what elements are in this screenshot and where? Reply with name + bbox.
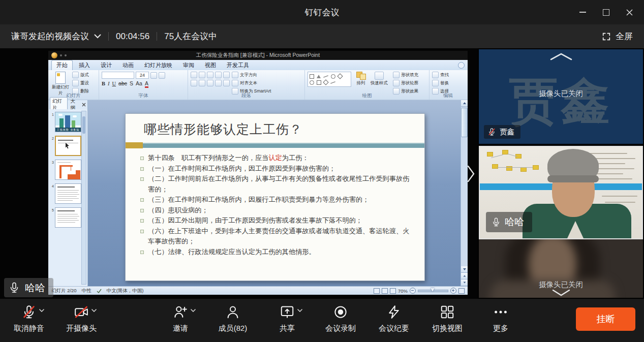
camera-off-text: 摄像头已关闭 [479,280,643,290]
shape-fill-icon [393,72,400,78]
share-screen-button[interactable]: 共享 [262,304,313,333]
slide-scrollbar [461,100,468,286]
person-beanie [547,149,599,182]
next-slide-icon [461,279,468,286]
pane-scrollbar [81,111,86,285]
meeting-timer: 00:04:56 [116,32,149,42]
slide-bullet: （六）在上下班途中，受到非本人主要责任的交通事故或者城市轨道交通、客运轮渡、火车… [140,226,412,247]
close-button[interactable] [618,0,641,24]
theme-name: 中性 [82,288,91,294]
thumbnail-1-art: 工伤保险 业务知识 [55,112,81,132]
slide-bullet-list: 第十四条 职工有下列情形之一的，应当认定为工伤： （一）在工作时间和工作场所内，… [140,153,412,257]
mic-on-icon [8,282,20,294]
italic-button: I [108,81,110,86]
thumbnail-4-art [55,183,81,204]
collapse-panel-button[interactable] [549,52,573,61]
grow-font-icon [150,72,157,79]
participant-tile-haha[interactable]: 哈哈 [479,146,643,239]
ribbon-group-slides: 新建幻灯片 版式 重设 删除 幻灯片 [48,70,99,100]
minimize-button[interactable] [571,0,594,24]
align-left-icon [191,80,197,86]
hangup-button[interactable]: 挂断 [576,307,635,331]
align-right-icon [207,80,213,86]
members-icon [225,304,240,320]
participant-watermark: 贾鑫 [509,69,613,135]
bold-button: B [102,81,105,86]
arrange-button: 排列 [354,72,367,86]
slideshow-view-icon [390,288,396,294]
maximize-button[interactable] [594,0,618,24]
help-icon [458,62,465,69]
shrink-font-icon [159,72,165,79]
slides-pane: 幻灯片 大纲 1 [48,100,88,286]
record-button[interactable]: 会议录制 [315,304,366,333]
window-controls [571,0,641,24]
text-direction-icon [232,72,238,78]
indent-increase-icon [215,72,222,78]
scroll-down-icon [461,266,468,273]
share-screen-icon [280,304,295,320]
camera-button[interactable]: 开摄像头 [56,304,107,333]
shape-outline-icon [393,80,400,86]
presenter-name: 哈哈 [25,281,45,295]
slide-thumbnail: 4 [50,183,81,204]
thumbnail-2-art [55,136,81,156]
participant-tile-jiaxin[interactable]: 贾鑫 摄像头已关闭 贾鑫 [479,49,643,144]
minimize-icon [579,12,586,13]
ppt-tab-animations: 动画 [118,60,138,70]
ppt-tab-review: 审阅 [178,60,199,70]
invite-person-icon [173,304,188,320]
slide-thumbnail: 3 [50,160,81,180]
font-name-box [102,72,134,79]
main-area: 工伤保险业务指南 [兼容模式] - Microsoft PowerPoint 开… [0,48,644,299]
minutes-button[interactable]: 会议纪要 [369,304,419,333]
arrange-icon-back [360,74,366,80]
unmute-button[interactable]: 取消静音 [4,304,54,333]
slide-divider-bar [126,142,424,148]
ppt-tab-view: 视图 [200,60,221,70]
cursor-icon [65,143,70,149]
normal-view-icon [374,288,380,294]
expand-panel-button[interactable] [467,165,475,182]
indent-decrease-icon [207,72,213,78]
ppt-tab-insert: 插入 [74,60,95,70]
zoom-level: 70% [398,288,408,294]
ppt-status-bar: 幻灯片 2/20 中性 中文(简体，中国) 70% [48,286,468,295]
ribbon-group-drawing: 排列 快速样式 形状填充 形状轮廓 形状效果 [305,70,430,100]
members-button[interactable]: 成员(82) [207,304,258,333]
switch-view-button[interactable]: 切换视图 [422,304,473,333]
ppt-workspace: 幻灯片 大纲 1 [48,100,468,286]
current-slide: 哪些情形能够认定上工伤？ 第十四条 职工有下列情形之一的，应当认定为工伤： （一… [125,113,425,281]
shapes-gallery [308,72,351,87]
scroll-down-participants-button[interactable] [551,289,571,297]
invite-button[interactable]: 邀请 [155,304,206,333]
participant-name-badge: 哈哈 [486,212,532,232]
quick-styles-icon [375,72,384,80]
more-button[interactable]: 更多 [475,304,526,333]
caret-down-icon [39,309,44,312]
slide-thumbnail-selected: 2 [50,136,81,156]
meeting-title-dropdown[interactable] [94,34,101,39]
participant-tile-third[interactable]: 摄像头已关闭 [479,239,643,298]
fullscreen-icon [602,32,611,41]
bullets-icon [191,72,197,78]
change-case-button: Aa [136,80,142,86]
dingtalk-meeting-window: 钉钉会议 谦哥发起的视频会议 00:04:56 75人在会议中 全屏 [0,0,644,342]
ppt-ribbon: 新建幻灯片 版式 重设 删除 幻灯片 [48,70,468,100]
zoom-out-icon [410,288,416,294]
zoom-in-icon [450,288,456,294]
chevron-down-icon [94,34,101,39]
camera-off-icon [74,304,89,320]
ppt-tab-slideshow: 幻灯片放映 [140,60,177,70]
chevron-right-icon [467,165,475,182]
pane-close-icon [82,103,86,107]
justify-icon [215,80,222,86]
camera-off-text: 摄像头已关闭 [479,89,643,99]
sorter-view-icon [382,288,388,294]
caret-down-icon [91,309,97,312]
columns-icon [223,80,230,86]
thumbnail-1-caption: 工伤保险 业务知识 [55,128,81,132]
fullscreen-button[interactable]: 全屏 [602,30,633,42]
fit-to-window-icon [458,288,465,294]
meeting-toolbar: 取消静音 开摄像头 邀请 [0,299,644,342]
